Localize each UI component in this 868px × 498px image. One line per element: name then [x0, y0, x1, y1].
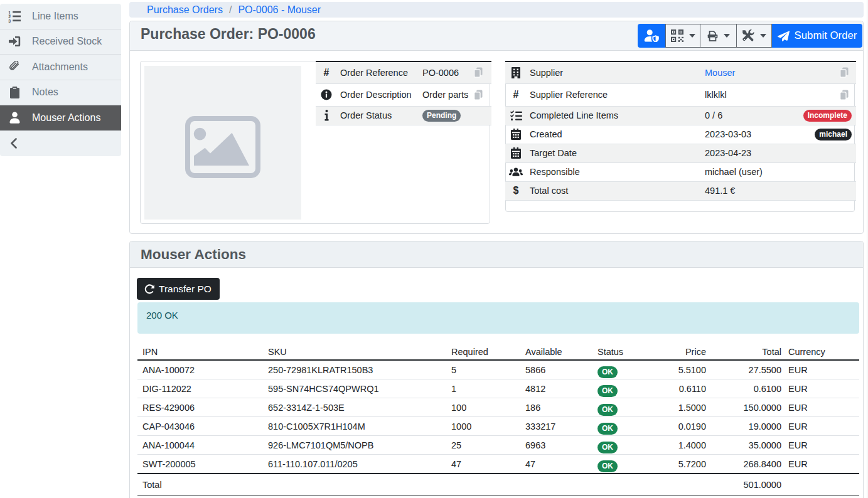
svg-text:3: 3 — [8, 19, 11, 23]
